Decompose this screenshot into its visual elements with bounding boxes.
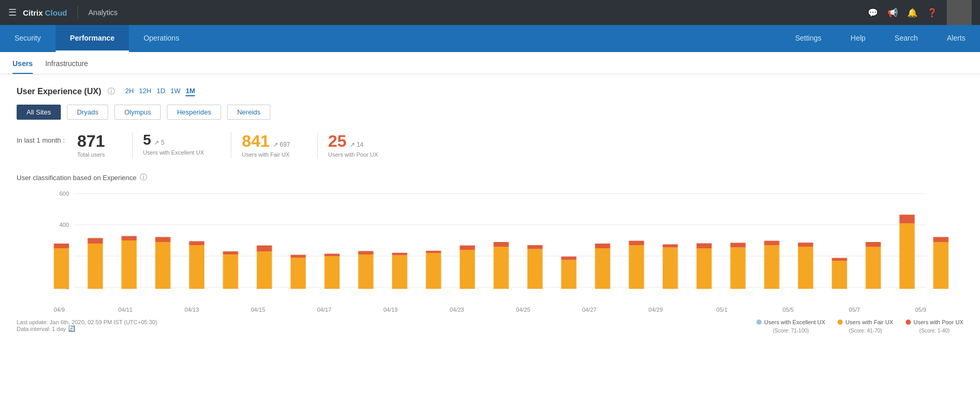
fair-ux-label: Users with Fair UX xyxy=(242,151,290,158)
site-btn-hesperides[interactable]: Hesperides xyxy=(167,105,221,120)
x-label: 04/15 xyxy=(241,307,275,313)
poor-ux-value: 25 xyxy=(328,132,347,150)
ux-header: User Experience (UX) ⓘ 2H 12H 1D 1W 1M xyxy=(17,87,963,96)
x-label: 05/1 xyxy=(705,307,739,313)
legend: Users with Excellent UX (Score: 71-100) … xyxy=(756,319,963,334)
excellent-ux-value: 5 xyxy=(143,132,151,148)
nav-item-search[interactable]: Search xyxy=(880,25,932,52)
time-filter-1m[interactable]: 1M xyxy=(186,87,195,96)
nav-item-performance[interactable]: Performance xyxy=(56,25,129,52)
x-label: 04/27 xyxy=(573,307,606,313)
app-title: Analytics xyxy=(88,8,117,17)
x-label xyxy=(474,307,507,313)
chat-icon[interactable]: 💬 xyxy=(868,8,878,18)
fair-ux-change: ↗ 697 xyxy=(273,141,290,148)
time-filter-1d[interactable]: 1D xyxy=(156,87,165,96)
chart-section: User classification based on Experience … xyxy=(17,173,963,334)
site-btn-nereids[interactable]: Nereids xyxy=(227,105,270,120)
legend-poor-score: (Score: 1-40) xyxy=(919,328,949,334)
x-label: 04/29 xyxy=(639,307,672,313)
stat-divider-3 xyxy=(317,132,318,158)
x-label xyxy=(738,307,772,313)
x-label: 04/25 xyxy=(506,307,540,313)
legend-poor-label: Users with Poor UX xyxy=(913,319,963,325)
chart-info-icon[interactable]: ⓘ xyxy=(140,173,147,182)
top-bar-left: ☰ Citrix Cloud Analytics xyxy=(8,6,117,19)
legend-poor: Users with Poor UX (Score: 1-40) xyxy=(906,319,963,334)
stat-divider-1 xyxy=(132,132,133,158)
chart-title: User classification based on Experience … xyxy=(17,173,963,182)
data-interval-row: Data interval: 1 day 🔄 xyxy=(17,325,157,332)
x-label xyxy=(341,307,374,313)
stat-excellent-ux: 5 ↗ 5 Users with Excellent UX xyxy=(143,132,204,156)
excellent-ux-label: Users with Excellent UX xyxy=(143,149,204,156)
time-filter-2h[interactable]: 2H xyxy=(125,87,134,96)
nav-left: Security Performance Operations xyxy=(0,25,194,52)
nav-bar: Security Performance Operations Settings… xyxy=(0,25,980,52)
x-label xyxy=(76,307,109,313)
poor-ux-change: ↗ 14 xyxy=(350,141,364,148)
user-avatar[interactable] xyxy=(947,0,972,25)
x-label xyxy=(672,307,705,313)
x-label: 04/9 xyxy=(43,307,76,313)
nav-item-security[interactable]: Security xyxy=(0,25,56,52)
site-btn-allsites[interactable]: All Sites xyxy=(17,105,61,120)
chart-footer: Last update: Jan 6th, 2020, 02:59 PM IST… xyxy=(17,319,963,334)
refresh-icon[interactable]: 🔄 xyxy=(68,325,75,332)
sub-tabs: Users Infrastructure xyxy=(0,52,980,74)
x-label xyxy=(275,307,308,313)
site-buttons: All Sites Dryads Olympus Hesperides Nere… xyxy=(17,105,963,120)
hamburger-icon[interactable]: ☰ xyxy=(8,7,17,18)
site-btn-olympus[interactable]: Olympus xyxy=(114,105,161,120)
brand: Citrix Cloud xyxy=(23,8,67,17)
ux-info-icon[interactable]: ⓘ xyxy=(108,87,115,96)
legend-poor-dot xyxy=(906,320,911,325)
top-bar: ☰ Citrix Cloud Analytics 💬 📢 🔔 ❓ xyxy=(0,0,980,25)
data-interval-text: Data interval: 1 day xyxy=(17,326,66,332)
x-label xyxy=(208,307,242,313)
stats-row: In last 1 month : 871 Total users 5 ↗ 5 … xyxy=(17,132,963,158)
x-label: 05/9 xyxy=(904,307,937,313)
x-axis-labels: 04/904/1104/1304/1504/1704/1904/2304/250… xyxy=(17,304,963,313)
legend-fair: Users with Fair UX (Score: 41-70) xyxy=(838,319,893,334)
stat-total-users: 871 Total users xyxy=(77,132,105,158)
time-filter-1w[interactable]: 1W xyxy=(171,87,181,96)
bar-chart: 600 400 200 0 xyxy=(17,188,963,304)
tab-infrastructure[interactable]: Infrastructure xyxy=(45,59,88,74)
announce-icon[interactable]: 📢 xyxy=(887,8,898,18)
nav-item-help[interactable]: Help xyxy=(836,25,880,52)
poor-ux-label: Users with Poor UX xyxy=(328,151,378,158)
x-label: 05/5 xyxy=(772,307,805,313)
nav-item-settings[interactable]: Settings xyxy=(780,25,836,52)
x-label xyxy=(871,307,904,313)
nav-item-alerts[interactable]: Alerts xyxy=(932,25,980,52)
total-users-value: 871 xyxy=(77,132,105,150)
tab-users[interactable]: Users xyxy=(12,59,33,74)
x-label xyxy=(606,307,639,313)
legend-excellent-score: (Score: 71-100) xyxy=(773,328,808,334)
help-icon[interactable]: ❓ xyxy=(927,8,937,18)
stat-divider-2 xyxy=(231,132,231,158)
last-update-text: Last update: Jan 6th, 2020, 02:59 PM IST… xyxy=(17,319,157,325)
x-label: 04/13 xyxy=(175,307,208,313)
top-bar-right: 💬 📢 🔔 ❓ xyxy=(868,0,972,25)
nav-item-operations[interactable]: Operations xyxy=(129,25,193,52)
time-filter-12h[interactable]: 12H xyxy=(139,87,151,96)
legend-fair-label: Users with Fair UX xyxy=(845,319,893,325)
nav-right: Settings Help Search Alerts xyxy=(780,25,980,52)
fair-ux-value: 841 xyxy=(242,132,269,150)
stat-poor-ux: 25 ↗ 14 Users with Poor UX xyxy=(328,132,378,158)
x-label xyxy=(407,307,440,313)
main-content: User Experience (UX) ⓘ 2H 12H 1D 1W 1M A… xyxy=(0,74,980,346)
ux-title: User Experience (UX) xyxy=(17,87,101,96)
x-label: 05/7 xyxy=(838,307,871,313)
site-btn-dryads[interactable]: Dryads xyxy=(67,105,108,120)
x-label: 04/11 xyxy=(109,307,142,313)
x-label xyxy=(540,307,573,313)
legend-fair-score: (Score: 41-70) xyxy=(849,328,882,334)
notification-icon[interactable]: 🔔 xyxy=(907,8,918,18)
stats-period-label: In last 1 month : xyxy=(17,132,65,144)
x-label: 04/23 xyxy=(440,307,474,313)
chart-footer-left: Last update: Jan 6th, 2020, 02:59 PM IST… xyxy=(17,319,157,332)
legend-fair-dot xyxy=(838,320,843,325)
